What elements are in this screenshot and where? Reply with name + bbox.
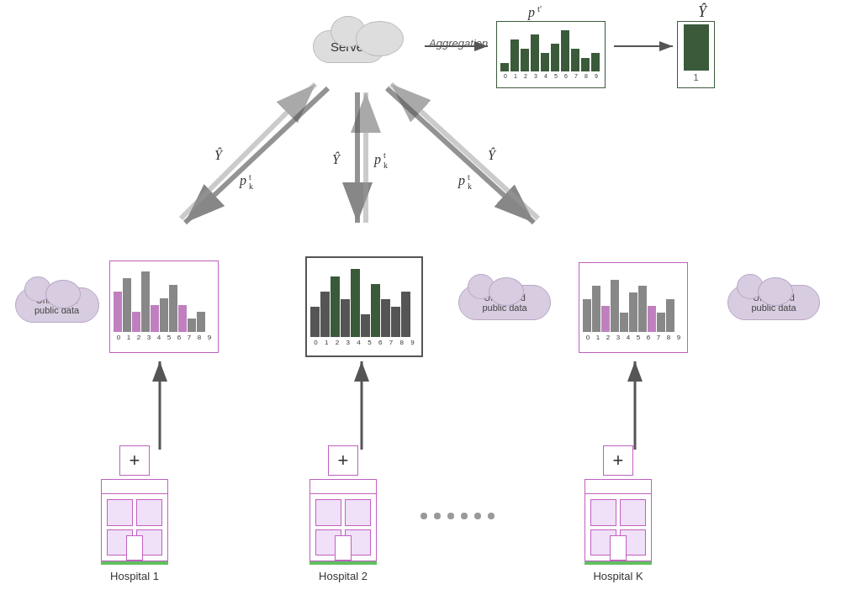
svg-line-6 bbox=[181, 84, 315, 218]
yhat-label-right: Ŷ bbox=[488, 147, 497, 162]
diagram-container: Ŷ p t k Ŷ p t k Ŷ p t k p t' Ŷ Server Ag… bbox=[0, 0, 841, 616]
unlabeled-cloud-right: Unlabeledpublic data bbox=[723, 265, 824, 340]
hospital1-plus: + bbox=[119, 445, 150, 476]
hospital1-building bbox=[101, 479, 168, 565]
hospital1-label: Hospital 1 bbox=[110, 570, 159, 582]
server-result-chart: 0123456789 bbox=[496, 21, 606, 88]
pkt-label-right: p bbox=[458, 173, 465, 188]
svg-line-9 bbox=[387, 88, 534, 223]
p-prime-label: p bbox=[527, 5, 535, 20]
hospital2-label: Hospital 2 bbox=[319, 570, 368, 582]
svg-text:t': t' bbox=[537, 3, 542, 13]
hospital2-chart: 0123456789 bbox=[305, 256, 423, 357]
hospital1-chart: 0123456789 bbox=[109, 261, 219, 353]
svg-line-5 bbox=[185, 88, 328, 223]
yhat-label-center: Ŷ bbox=[332, 151, 341, 166]
unlabeled-cloud-center-label: Unlabeledpublic data bbox=[458, 285, 551, 320]
dots-separator bbox=[420, 513, 495, 519]
hospitalK-building bbox=[584, 479, 652, 565]
pkt-label-left: p bbox=[239, 173, 246, 188]
unlabeled-cloud-left-label: Unlabeledpublic data bbox=[15, 287, 99, 323]
svg-text:k: k bbox=[468, 182, 472, 191]
pkt-label-center: p bbox=[373, 152, 381, 167]
hospitalK-plus: + bbox=[603, 445, 633, 476]
unlabeled-cloud-center: Unlabeledpublic data bbox=[454, 265, 555, 340]
svg-line-10 bbox=[391, 84, 538, 218]
svg-text:t: t bbox=[249, 172, 251, 182]
hospital2-building bbox=[309, 479, 377, 565]
svg-text:t: t bbox=[383, 150, 386, 160]
yhat-final-box: 1 bbox=[677, 21, 715, 88]
hospital-2: + Hospital 2 bbox=[309, 445, 377, 582]
hospital2-plus: + bbox=[328, 445, 358, 476]
unlabeled-cloud-right-label: Unlabeledpublic data bbox=[727, 285, 820, 320]
svg-text:t: t bbox=[468, 172, 470, 182]
server-label: Server bbox=[313, 30, 385, 63]
hospital-1: + Hospital 1 bbox=[101, 445, 168, 582]
svg-text:k: k bbox=[383, 161, 388, 170]
server-cloud: Server bbox=[278, 13, 420, 80]
hospitalK-chart: 0123456789 bbox=[579, 262, 688, 353]
aggregation-label: Aggregation bbox=[429, 37, 488, 50]
hospital-k: + Hospital K bbox=[584, 445, 652, 582]
unlabeled-cloud-left: Unlabeledpublic data bbox=[8, 269, 105, 340]
yhat-final-label: Ŷ bbox=[698, 3, 708, 20]
yhat-label-left: Ŷ bbox=[214, 147, 224, 162]
final-value-label: 1 bbox=[693, 72, 698, 82]
svg-text:k: k bbox=[249, 182, 253, 191]
hospitalK-label: Hospital K bbox=[593, 570, 643, 582]
